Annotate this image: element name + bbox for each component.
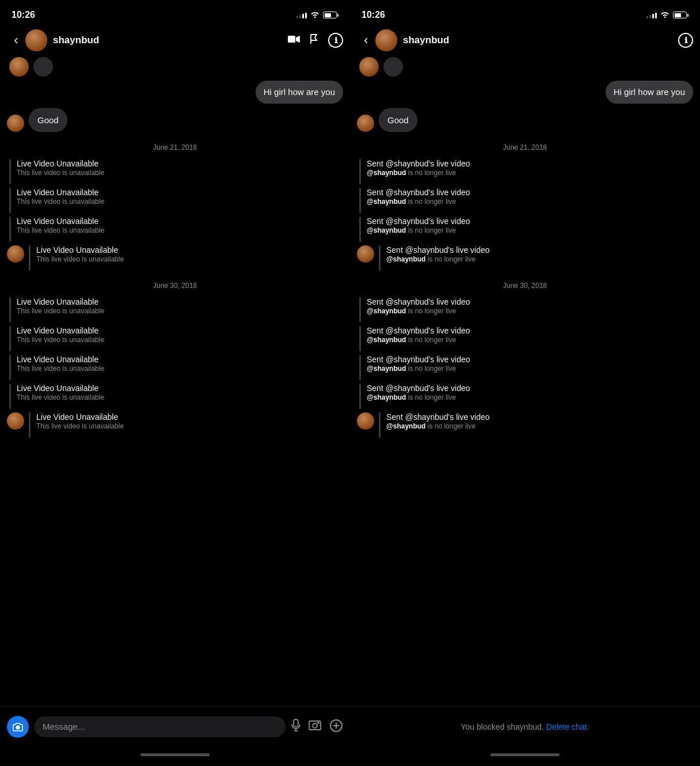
- message-row-received-right: Good: [357, 108, 693, 132]
- date-sep-1-left: June 21, 2018: [7, 143, 343, 151]
- username-left: shaynbud: [53, 35, 288, 46]
- top-avatar-empty-1: [33, 57, 53, 77]
- status-bar-right: 10:26: [350, 0, 700, 25]
- left-screen: 10:26: [0, 0, 350, 766]
- top-avatar-2: [359, 57, 379, 77]
- delete-chat-link[interactable]: Delete chat.: [546, 722, 589, 731]
- input-icons-left: [291, 719, 343, 735]
- sent-lv-2: Sent @shaynbud's live video @shaynbud is…: [357, 188, 693, 213]
- lv-item-8: Live Video Unavailable This live video i…: [7, 384, 343, 409]
- message-row-received: Good: [7, 108, 343, 132]
- bottom-bar-left: [0, 746, 350, 766]
- blocked-bar: You blocked shaynbud. Delete chat.: [350, 706, 700, 746]
- sent-lv-9-with-avatar: Sent @shaynbud's live video @shaynbud is…: [357, 412, 693, 438]
- lv-item-4-with-avatar: Live Video Unavailable This live video i…: [7, 245, 343, 271]
- svg-point-7: [318, 722, 319, 723]
- message-row-sent: Hi girl how are you: [7, 81, 343, 104]
- lv-avatar-2: [7, 412, 24, 430]
- bubble-sent: Hi girl how are you: [256, 81, 343, 104]
- top-avatar-empty-2: [383, 57, 403, 77]
- lv-item-9-with-avatar: Live Video Unavailable This live video i…: [7, 412, 343, 438]
- date-sep-1-right: June 21, 2018: [357, 143, 693, 151]
- nav-icons-left: ℹ: [288, 33, 343, 48]
- message-row-sent-right: Hi girl how are you: [357, 81, 693, 104]
- sent-lv-6: Sent @shaynbud's live video @shaynbud is…: [357, 326, 693, 351]
- back-button-right[interactable]: ‹: [357, 33, 375, 48]
- camera-button[interactable]: [7, 716, 29, 738]
- date-sep-2-left: June 30, 2018: [7, 282, 343, 290]
- top-avatars-left: [0, 55, 350, 78]
- username-right: shaynbud: [403, 35, 678, 46]
- video-icon[interactable]: [288, 35, 300, 47]
- avatar-container-right[interactable]: [375, 29, 397, 51]
- nav-bar-left: ‹ shaynbud ℹ: [0, 25, 350, 55]
- status-icons-right: [646, 11, 688, 20]
- info-icon-right[interactable]: ℹ: [678, 33, 693, 48]
- battery-icon-right: [673, 12, 688, 18]
- signal-bar-3: [302, 14, 304, 18]
- bottom-bar-right: [350, 746, 700, 766]
- right-screen: 10:26: [350, 0, 700, 766]
- bubble-sent-right: Hi girl how are you: [606, 81, 693, 104]
- lv-item-5: Live Video Unavailable This live video i…: [7, 297, 343, 323]
- received-avatar-right: [357, 115, 374, 132]
- message-placeholder: Message...: [43, 722, 85, 731]
- signal-bar-1: [296, 16, 298, 18]
- input-bar-left: Message...: [0, 706, 350, 746]
- photo-icon[interactable]: [309, 719, 321, 734]
- home-indicator-left: [140, 753, 210, 756]
- wifi-icon-left: [310, 11, 319, 20]
- sent-lv-7: Sent @shaynbud's live video @shaynbud is…: [357, 355, 693, 380]
- signal-bar-4: [305, 13, 307, 18]
- received-avatar: [7, 115, 24, 132]
- status-bar-left: 10:26: [0, 0, 350, 25]
- sent-lv-1: Sent @shaynbud's live video @shaynbud is…: [357, 159, 693, 184]
- flag-icon[interactable]: [310, 33, 319, 48]
- lv-item-7: Live Video Unavailable This live video i…: [7, 355, 343, 380]
- svg-point-6: [313, 723, 317, 728]
- sent-lv-3: Sent @shaynbud's live video @shaynbud is…: [357, 217, 693, 242]
- svg-point-1: [16, 725, 20, 729]
- chat-area-left: Hi girl how are you Good June 21, 2018 L…: [0, 78, 350, 706]
- message-input-left[interactable]: Message...: [35, 716, 286, 737]
- chat-area-right: Hi girl how are you Good June 21, 2018 S…: [350, 78, 700, 706]
- nav-bar-right: ‹ shaynbud ℹ: [350, 25, 700, 55]
- sent-lv-4-with-avatar: Sent @shaynbud's live video @shaynbud is…: [357, 245, 693, 271]
- back-button-left[interactable]: ‹: [7, 33, 25, 48]
- avatar-right: [375, 29, 397, 51]
- info-icon-left[interactable]: ℹ: [328, 33, 343, 48]
- sent-lv-8: Sent @shaynbud's live video @shaynbud is…: [357, 384, 693, 409]
- home-indicator-right: [490, 753, 560, 756]
- status-icons-left: [296, 11, 338, 20]
- date-sep-2-right: June 30, 2018: [357, 282, 693, 290]
- svg-rect-2: [294, 719, 298, 727]
- microphone-icon[interactable]: [291, 719, 300, 734]
- signal-bar-2: [299, 15, 301, 18]
- status-time-left: 10:26: [12, 10, 35, 20]
- svg-rect-0: [288, 36, 295, 43]
- signal-bars-right: [646, 12, 657, 18]
- blocked-text: You blocked shaynbud.: [461, 722, 544, 731]
- lv-item-3: Live Video Unavailable This live video i…: [7, 217, 343, 242]
- lv-avatar-right-1: [357, 245, 374, 263]
- top-avatars-right: [350, 55, 700, 78]
- avatar-container-left[interactable]: [25, 29, 47, 51]
- lv-avatar-1: [7, 245, 24, 263]
- wifi-icon-right: [660, 11, 669, 20]
- nav-icons-right: ℹ: [678, 33, 693, 48]
- lv-avatar-right-2: [357, 412, 374, 430]
- top-avatar-1: [9, 57, 29, 77]
- sent-lv-5: Sent @shaynbud's live video @shaynbud is…: [357, 297, 693, 323]
- battery-icon-left: [323, 12, 338, 18]
- bubble-received-right: Good: [379, 108, 417, 132]
- lv-item-2: Live Video Unavailable This live video i…: [7, 188, 343, 213]
- lv-item-1: Live Video Unavailable This live video i…: [7, 159, 343, 184]
- bubble-received: Good: [29, 108, 67, 132]
- plus-icon[interactable]: [329, 719, 343, 735]
- signal-bars-left: [296, 12, 307, 18]
- avatar-left: [25, 29, 47, 51]
- lv-item-6: Live Video Unavailable This live video i…: [7, 326, 343, 351]
- status-time-right: 10:26: [362, 10, 385, 20]
